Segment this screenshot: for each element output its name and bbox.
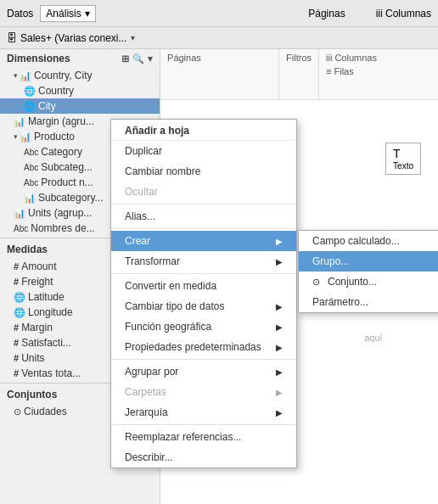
menu-item-label: Jerarquía <box>125 406 168 418</box>
submenu-item-parametro[interactable]: Parámetro... <box>299 292 438 312</box>
menu-item-duplicate[interactable]: Duplicar <box>111 141 296 161</box>
chart-icon: 📊 <box>14 116 25 127</box>
set-icon: ⊙ <box>14 406 21 417</box>
search-icon[interactable]: 🔍 <box>132 53 144 64</box>
text-pill-area: T Texto <box>385 143 421 175</box>
hash-icon: # <box>14 322 19 333</box>
text-icon: Abc <box>24 178 38 188</box>
datasource-bar: 🗄 Sales+ (Varias conexi... ▾ <box>0 27 438 49</box>
item-label: Satisfacti... <box>21 337 71 349</box>
text-icon: Abc <box>24 148 38 157</box>
item-label: Longitude <box>28 306 73 318</box>
chevron-right-icon: ▶ <box>276 367 283 377</box>
menu-item-label: Agrupar por <box>125 366 178 378</box>
menu-item-alias[interactable]: Alias... <box>111 206 296 227</box>
separator <box>111 359 296 360</box>
item-label: Producto <box>34 131 75 143</box>
grid-view-icon[interactable]: ⊞ <box>121 53 129 64</box>
globe-icon: 🌐 <box>24 86 36 97</box>
datasource-name[interactable]: Sales+ (Varias conexi... <box>20 32 127 44</box>
separator <box>111 273 296 274</box>
submenu-item-label: Campo calculado... <box>312 235 400 247</box>
menu-item-label: Propiedades predeterminadas <box>125 341 261 353</box>
hash-icon: # <box>14 338 19 348</box>
chart-icon: 📊 <box>14 208 25 219</box>
columns-section: iii Columnas ≡ Filas <box>319 49 438 99</box>
folder-icon: 📊 <box>20 70 31 81</box>
menu-item-label: Crear <box>125 235 150 247</box>
datasource-icon: 🗄 <box>7 32 17 44</box>
chevron-right-icon: ▶ <box>276 343 283 352</box>
chevron-right-icon: ▶ <box>276 237 283 246</box>
menu-item-label: Cambiar nombre <box>125 165 200 177</box>
menu-item-label: Ocultar <box>125 186 158 198</box>
submenu-item-label: Parámetro... <box>312 296 368 308</box>
chevron-right-icon: ▶ <box>276 257 283 266</box>
menu-item-label: Cambiar tipo de datos <box>125 300 224 312</box>
datos-tab[interactable]: Datos <box>7 8 33 20</box>
app-container: Datos Análisis ▾ Páginas iii Columnas 🗄 … <box>0 0 438 504</box>
tree-item-country-city[interactable]: ▾ 📊 Country, City <box>0 68 160 83</box>
item-label: Latitude <box>28 291 65 303</box>
submenu-item-campo-calculado[interactable]: Campo calculado... <box>299 231 438 251</box>
item-label: Margin <box>21 322 53 333</box>
globe-icon: 🌐 <box>14 307 25 318</box>
medidas-label: Medidas <box>7 244 48 255</box>
menu-item-describe[interactable]: Describir... <box>111 447 296 468</box>
item-label: Category <box>41 146 82 158</box>
paginas-label: Páginas <box>308 8 345 20</box>
texto-label: Texto <box>393 161 413 171</box>
menu-item-label: Función geográfica <box>125 321 211 333</box>
tree-item-city[interactable]: 🌐 City <box>0 98 160 114</box>
chevron-down-icon[interactable]: ▾ <box>131 33 135 42</box>
menu-item-crear[interactable]: Crear ▶ Campo calculado... Grupo... ⊙ Co… <box>111 231 296 251</box>
separator <box>111 204 296 204</box>
chart-icon: 📊 <box>24 193 36 204</box>
pages-title: Páginas <box>167 53 272 63</box>
submenu-item-conjunto[interactable]: ⊙ Conjunto... <box>299 272 438 292</box>
hash-icon: # <box>14 261 19 272</box>
item-label: Country, City <box>34 70 92 81</box>
tree-item-country[interactable]: 🌐 Country <box>0 83 160 98</box>
item-label: City <box>38 100 56 112</box>
menu-item-group-by[interactable]: Agrupar por ▶ <box>111 361 296 382</box>
item-label: Freight <box>21 276 53 288</box>
columnas-label: iii Columnas <box>376 8 431 20</box>
chevron-right-icon: ▶ <box>276 302 283 311</box>
chevron-right-icon: ▶ <box>276 388 283 397</box>
menu-item-label: Convertir en medida <box>125 280 216 292</box>
dimensions-icons: ⊞ 🔍 ▾ <box>121 53 153 64</box>
analisis-select[interactable]: Análisis ▾ <box>40 5 95 22</box>
menu-item-geo-function[interactable]: Función geográfica ▶ <box>111 316 296 337</box>
menu-item-default-props[interactable]: Propiedades predeterminadas ▶ <box>111 337 296 357</box>
conjuntos-label: Conjuntos <box>7 389 57 400</box>
separator <box>111 424 296 425</box>
item-label: Subcateg... <box>41 161 93 173</box>
add-icon[interactable]: ▾ <box>148 53 153 64</box>
dimensions-label: Dimensiones <box>7 53 70 64</box>
globe-icon: 🌐 <box>24 101 36 112</box>
hash-icon: # <box>14 353 19 363</box>
menu-item-label: Transformar <box>125 255 180 267</box>
item-label: Ventas tota... <box>21 367 81 379</box>
text-icon: Abc <box>14 224 28 233</box>
submenu-item-grupo[interactable]: Grupo... <box>299 251 438 272</box>
text-pill[interactable]: T Texto <box>385 143 421 175</box>
menu-item-transformar[interactable]: Transformar ▶ <box>111 251 296 272</box>
item-label: Amount <box>21 260 56 272</box>
chevron-right-icon: ▶ <box>276 322 283 332</box>
columns-title: iii Columnas <box>326 53 431 63</box>
menu-item-hierarchy[interactable]: Jerarquía ▶ <box>111 402 296 423</box>
item-label: Ciudades <box>24 406 67 417</box>
hash-icon: # <box>14 277 19 287</box>
menu-header: Añadir a hoja <box>111 120 296 141</box>
context-menu: Añadir a hoja Duplicar Cambiar nombre Oc… <box>110 119 297 468</box>
menu-item-change-type[interactable]: Cambiar tipo de datos ▶ <box>111 296 296 316</box>
menu-item-convert[interactable]: Convertir en medida <box>111 276 296 296</box>
item-label: Country <box>38 85 74 97</box>
filters-section: Filtros <box>279 49 319 99</box>
menu-item-replace-refs[interactable]: Reemplazar referencias... <box>111 427 296 447</box>
menu-item-folders: Carpetas ▶ <box>111 382 296 402</box>
filters-title: Filtros <box>286 53 312 63</box>
menu-item-rename[interactable]: Cambiar nombre <box>111 161 296 182</box>
